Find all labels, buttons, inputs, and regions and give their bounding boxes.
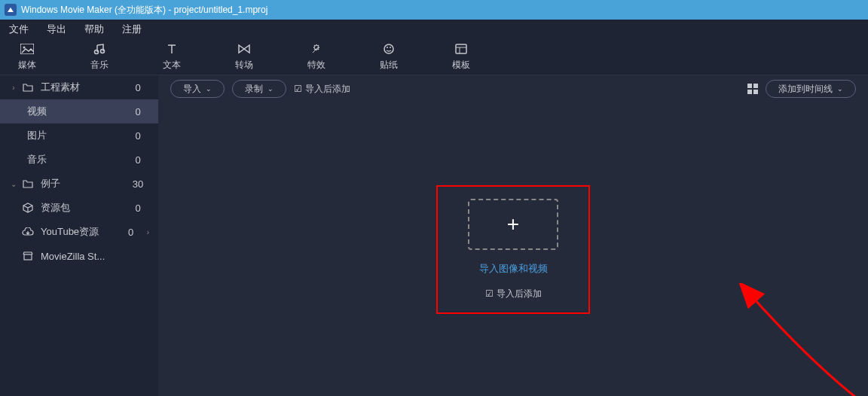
chevron-right-icon[interactable]: › xyxy=(9,84,18,92)
tree-count: 0 xyxy=(127,82,149,93)
toolbar-effects-label: 特效 xyxy=(307,59,326,72)
text-icon xyxy=(166,42,178,56)
tree-count: 0 xyxy=(127,106,149,117)
toolbar-templates-label: 模板 xyxy=(452,59,470,72)
sidebar-item-music[interactable]: 音乐 0 xyxy=(0,148,158,172)
toolbar-templates[interactable]: 模板 xyxy=(452,42,470,72)
app-title: Windows Movie Maker (全功能版本) - project/un… xyxy=(21,4,267,17)
toolbar-music[interactable]: 音乐 xyxy=(90,42,108,72)
effects-icon xyxy=(310,42,322,56)
sidebar-item-resource-pack[interactable]: 资源包 0 xyxy=(0,196,158,220)
store-icon xyxy=(21,251,35,260)
content-area: + 导入图像和视频 ☑ 导入后添加 xyxy=(158,102,868,396)
main-panel: 导入⌄ 录制⌄ ☑ 导入后添加 添加到时间线⌄ + 导入图像和视频 ☑ 导入 xyxy=(158,75,868,396)
svg-point-3 xyxy=(101,50,105,53)
template-icon xyxy=(455,42,467,56)
music-icon xyxy=(93,42,105,56)
import-button[interactable]: 导入⌄ xyxy=(170,80,225,98)
sidebar-item-youtube[interactable]: YouTube资源 0 › xyxy=(0,220,158,244)
sidebar: › 工程素材 0 视频 0 图片 0 音乐 0 ⌄ 例子 30 资源包 0 xyxy=(0,75,158,396)
annotation-highlight-box: + 导入图像和视频 ☑ 导入后添加 xyxy=(436,185,590,314)
dropzone-add-after-import-checkbox[interactable]: ☑ 导入后添加 xyxy=(485,288,542,300)
add-to-timeline-button[interactable]: 添加到时间线⌄ xyxy=(766,80,856,98)
menu-file[interactable]: 文件 xyxy=(9,23,29,36)
sidebar-item-image[interactable]: 图片 0 xyxy=(0,123,158,148)
package-icon xyxy=(21,203,35,213)
svg-point-1 xyxy=(23,47,26,49)
tree-count: 30 xyxy=(127,178,149,190)
menu-register[interactable]: 注册 xyxy=(122,23,142,36)
svg-point-5 xyxy=(387,47,388,48)
svg-point-4 xyxy=(384,44,393,53)
import-dropzone: + 导入图像和视频 ☑ 导入后添加 xyxy=(468,199,558,300)
chevron-down-icon: ⌄ xyxy=(267,85,274,93)
toolbar-text[interactable]: 文本 xyxy=(163,42,181,72)
grid-view-icon[interactable] xyxy=(747,84,758,94)
sidebar-item-moviezilla[interactable]: MovieZilla St... xyxy=(0,244,158,268)
sidebar-item-video[interactable]: 视频 0 xyxy=(0,99,158,123)
tree-count: 0 xyxy=(120,227,142,238)
toolbar-stickers-label: 贴纸 xyxy=(380,59,398,72)
main-toolbar: 媒体 音乐 文本 转场 特效 贴纸 模板 xyxy=(0,39,868,75)
content-toolbar: 导入⌄ 录制⌄ ☑ 导入后添加 添加到时间线⌄ xyxy=(158,75,868,102)
svg-point-6 xyxy=(390,47,391,48)
titlebar: Windows Movie Maker (全功能版本) - project/un… xyxy=(0,0,868,20)
sticker-icon xyxy=(383,42,395,56)
chevron-down-icon[interactable]: ⌄ xyxy=(9,180,18,188)
menu-export[interactable]: 导出 xyxy=(47,23,66,36)
folder-icon xyxy=(21,83,35,92)
toolbar-music-label: 音乐 xyxy=(90,59,108,72)
checkbox-checked-icon: ☑ xyxy=(485,288,494,299)
tree-count: 0 xyxy=(127,154,149,166)
toolbar-media[interactable]: 媒体 xyxy=(18,42,36,72)
checkbox-checked-icon: ☑ xyxy=(294,84,302,94)
toolbar-text-label: 文本 xyxy=(163,59,181,72)
sidebar-item-project-assets[interactable]: › 工程素材 0 xyxy=(0,75,158,99)
chevron-down-icon: ⌄ xyxy=(837,85,843,93)
sidebar-item-examples[interactable]: ⌄ 例子 30 xyxy=(0,172,158,196)
svg-rect-7 xyxy=(456,44,466,53)
tree-label: 音乐 xyxy=(27,153,127,166)
chevron-down-icon: ⌄ xyxy=(206,85,212,93)
dropzone-add-button[interactable]: + xyxy=(468,199,558,250)
record-button[interactable]: 录制⌄ xyxy=(232,80,286,98)
toolbar-stickers[interactable]: 贴纸 xyxy=(380,42,398,72)
import-media-link[interactable]: 导入图像和视频 xyxy=(479,262,548,276)
toolbar-effects[interactable]: 特效 xyxy=(307,42,326,72)
cloud-icon xyxy=(21,227,35,236)
tree-label: 工程素材 xyxy=(41,81,127,94)
toolbar-transition[interactable]: 转场 xyxy=(235,42,253,72)
svg-rect-10 xyxy=(24,254,32,260)
folder-icon xyxy=(21,179,35,188)
image-icon xyxy=(20,42,34,56)
toolbar-media-label: 媒体 xyxy=(18,59,36,72)
chevron-right-icon[interactable]: › xyxy=(147,228,149,236)
toolbar-transition-label: 转场 xyxy=(235,59,253,72)
tree-count: 0 xyxy=(127,130,149,142)
tree-label: 视频 xyxy=(27,105,127,118)
menubar: 文件 导出 帮助 注册 xyxy=(0,20,868,39)
add-after-import-checkbox[interactable]: ☑ 导入后添加 xyxy=(294,83,350,96)
tree-count: 0 xyxy=(127,203,149,214)
tree-label: 资源包 xyxy=(41,201,127,215)
app-icon xyxy=(5,4,17,16)
tree-label: 图片 xyxy=(27,129,127,142)
menu-help[interactable]: 帮助 xyxy=(84,23,104,36)
tree-label: YouTube资源 xyxy=(41,225,120,239)
annotation-arrow xyxy=(731,283,868,396)
tree-label: 例子 xyxy=(41,177,127,190)
tree-label: MovieZilla St... xyxy=(41,251,149,262)
transition-icon xyxy=(237,42,251,56)
plus-icon: + xyxy=(507,212,519,236)
